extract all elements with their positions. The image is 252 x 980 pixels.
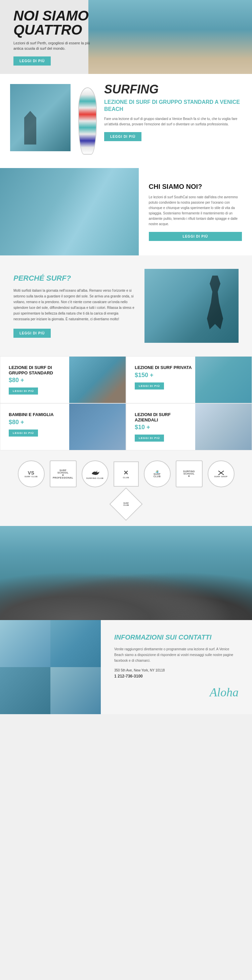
perche-image — [144, 269, 239, 343]
chi-siamo-cta-button[interactable]: LEGGI DI PIÙ — [149, 232, 242, 241]
surfing-logo-text: SURFING — [104, 84, 242, 95]
surfing-cta-button[interactable]: LEGGI DI PIÙ — [104, 132, 141, 141]
lezione-card-title-3: LEZIONI DI SURF AZIENDALI — [135, 412, 195, 422]
contatti-section: INFORMAZIONI SUI CONTATTI Venite raggiun… — [0, 620, 252, 714]
lezione-cta-1[interactable]: LEGGI DI PIÙ — [135, 382, 164, 390]
aloha-text: Aloha — [114, 685, 239, 699]
logo-x-sub: CLUB — [123, 477, 129, 479]
logo-vs-sub: SURF CLUB — [25, 476, 38, 477]
lezioni-grid: LEZIONE DI SURF DI GRUPPO STANDARD $80 +… — [0, 356, 252, 450]
hero-subtitle: Lezioni di surf Perth, orgogliosi di ess… — [13, 40, 100, 51]
ocean-rocks — [0, 563, 252, 620]
lezione-card-content-1: LEZIONE DI SURF PRIVATA $150 + LEGGI DI … — [135, 365, 195, 390]
contatti-img-2 — [51, 620, 101, 667]
chi-siamo-content: CHI SIAMO NOI? Le lezioni di surf SouthC… — [139, 168, 252, 255]
hero-title: NOI SIAMO QUATTRO — [13, 9, 100, 37]
lezione-card-1: LEZIONE DI SURF PRIVATA $150 + LEGGI DI … — [126, 356, 252, 403]
lezione-card-img-2 — [69, 404, 126, 450]
lezione-card-img-1 — [195, 356, 252, 403]
logo-diamond-text: SURFCLUB — [123, 502, 129, 506]
lezione-card-price-3: $10 + — [135, 424, 195, 431]
surfer-silhouette — [201, 275, 228, 329]
logo-badge-3: ✕ CLUB — [114, 461, 139, 487]
hero-section: NOI SIAMO QUATTRO Lezioni di surf Perth,… — [0, 0, 252, 74]
surfing-content: SURFING LEZIONE DI SURF DI GRUPPO STANDA… — [104, 84, 242, 141]
hero-cta-button[interactable]: LEGGI DI PIÙ — [13, 56, 51, 65]
contatti-address: 350 5th Ave, New York, NY 10118 — [114, 668, 239, 672]
perche-content: PERCHÉ SURF? Molti surfisti italiani la … — [13, 274, 135, 338]
contatti-img-4 — [51, 667, 101, 714]
lezione-card-img-0 — [69, 356, 126, 403]
hero-title-line2: QUATTRO — [13, 22, 82, 38]
lezione-card-title-2: BAMBINI E FAMIGLIA — [9, 412, 68, 417]
lezione-card-2: BAMBINI E FAMIGLIA $80 + LEGGI DI PIÙ — [0, 403, 126, 450]
lezione-card-0: LEZIONE DI SURF DI GRUPPO STANDARD $80 +… — [0, 356, 126, 403]
perche-title: PERCHÉ SURF? — [13, 274, 135, 283]
surfing-left-image — [10, 84, 71, 151]
crossed-icon — [218, 470, 225, 476]
logo-badge-5: SURFINGSCHOOL★ — [176, 460, 203, 487]
logo-vs: VS — [28, 470, 35, 476]
perche-cta-button[interactable]: LEGGI DI PIÙ — [13, 329, 51, 338]
lezione-card-price-2: $80 + — [9, 419, 68, 426]
contatti-img-3 — [0, 667, 51, 714]
lezione-card-price-0: $80 + — [9, 377, 68, 384]
lezione-card-img-inner-0 — [69, 356, 126, 403]
lezione-card-img-3 — [195, 404, 252, 450]
lezione-card-title-1: LEZIONE DI SURF PRIVATA — [135, 365, 195, 371]
hero-title-line1: NOI SIAMO — [13, 8, 89, 24]
hero-content: NOI SIAMO QUATTRO Lezioni di surf Perth,… — [0, 0, 114, 74]
lezione-cta-0[interactable]: LEGGI DI PIÙ — [9, 388, 38, 395]
logo-surf-club2: 🏄SURFCLUB — [154, 470, 161, 477]
logo-surf-shop: SURF SHOP — [214, 476, 228, 477]
logo-badge-0: VS SURF CLUB — [18, 460, 45, 487]
shark-icon — [90, 469, 100, 477]
chi-siamo-section: CHI SIAMO NOI? Le lezioni di surf SouthC… — [0, 168, 252, 255]
contatti-content: INFORMAZIONI SUI CONTATTI Venite raggiun… — [101, 620, 252, 714]
contatti-img-1 — [0, 620, 51, 667]
logo-surf-school: SURFSCHOOL★PROFESSIONAL — [53, 469, 73, 479]
lezione-card-content-2: BAMBINI E FAMIGLIA $80 + LEGGI DI PIÙ — [9, 412, 68, 437]
lezione-card-content-0: LEZIONE DI SURF DI GRUPPO STANDARD $80 +… — [9, 365, 68, 395]
chi-siamo-image — [0, 168, 139, 255]
surfing-logo: SURFING — [104, 84, 242, 95]
ocean-section — [0, 526, 252, 620]
surfboard-image — [78, 88, 97, 154]
logo-surfing-club: SURFING CLUB — [86, 477, 103, 479]
lezione-card-img-inner-2 — [69, 404, 126, 450]
logo-badge-6: SURF SHOP — [208, 460, 235, 487]
chi-siamo-text: Le lezioni di surf SouthCal sono nate da… — [149, 194, 242, 227]
logos-section: VS SURF CLUB SURFSCHOOL★PROFESSIONAL SUR… — [0, 450, 252, 526]
logo-surfing-school: SURFINGSCHOOL★ — [183, 470, 195, 477]
surfing-section: SURFING LEZIONE DI SURF DI GRUPPO STANDA… — [0, 74, 252, 168]
perche-text: Molti surfisti italiani la giornata nell… — [13, 288, 135, 322]
lezione-cta-3[interactable]: LEGGI DI PIÙ — [135, 434, 164, 442]
lezione-card-title-0: LEZIONE DI SURF DI GRUPPO STANDARD — [9, 365, 68, 375]
lezione-card-3: LEZIONI DI SURF AZIENDALI $10 + LEGGI DI… — [126, 403, 252, 450]
logo-x: ✕ — [123, 469, 129, 477]
logo-badge-2: SURFING CLUB — [82, 460, 109, 487]
lezione-card-img-inner-1 — [195, 356, 252, 403]
logo-badge-1: SURFSCHOOL★PROFESSIONAL — [50, 460, 77, 487]
lezione-card-price-1: $150 + — [135, 372, 195, 379]
lezioni-section: LEZIONE DI SURF DI GRUPPO STANDARD $80 +… — [0, 356, 252, 450]
logo-badge-4: 🏄SURFCLUB — [144, 460, 171, 487]
surfboard-container — [77, 84, 97, 154]
lezione-card-img-inner-3 — [195, 404, 252, 450]
contatti-title: INFORMAZIONI SUI CONTATTI — [114, 633, 239, 641]
perche-surf-section: PERCHÉ SURF? Molti surfisti italiani la … — [0, 255, 252, 356]
lezione-card-content-3: LEZIONI DI SURF AZIENDALI $10 + LEGGI DI… — [135, 412, 195, 442]
surfing-text: Fare una lezione di surf di gruppo stand… — [104, 116, 242, 127]
wave-overlay — [0, 168, 139, 255]
contatti-phone: 1 212-736-3100 — [114, 674, 239, 679]
contatti-text: Venite raggiungerci direttamente o progr… — [114, 646, 239, 663]
chi-siamo-title: CHI SIAMO NOI? — [149, 183, 242, 191]
contatti-images — [0, 620, 101, 714]
logo-diamond: SURFCLUB — [109, 488, 143, 521]
lezione-cta-2[interactable]: LEGGI DI PIÙ — [9, 430, 38, 437]
surfing-title: LEZIONE DI SURF DI GRUPPO STANDARD A VEN… — [104, 99, 242, 113]
